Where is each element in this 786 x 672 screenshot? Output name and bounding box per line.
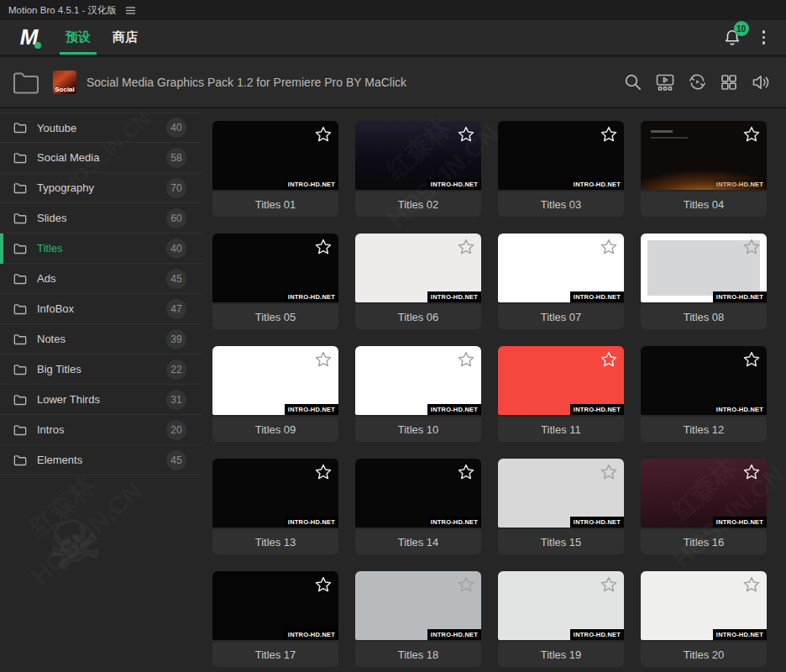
favorite-star-icon[interactable]	[314, 125, 333, 144]
preset-card[interactable]: INTRO-HD.NET Titles 12	[641, 346, 767, 442]
preset-card-label: Titles 10	[355, 417, 481, 442]
sidebar-item-slides[interactable]: Slides 60	[0, 203, 202, 234]
favorite-star-icon[interactable]	[742, 238, 761, 256]
preset-card[interactable]: INTRO-HD.NET Titles 15	[498, 459, 624, 554]
sidebar-item-label: Lower Thirds	[37, 393, 166, 406]
sidebar-item-notes[interactable]: Notes 39	[0, 324, 202, 354]
notifications-button[interactable]: 10	[723, 28, 741, 47]
presets-grid: INTRO-HD.NET Titles 01 INTRO-HD.NET Titl…	[212, 121, 767, 667]
favorite-star-icon[interactable]	[457, 125, 475, 144]
intro-hd-watermark: INTRO-HD.NET	[713, 517, 767, 528]
preset-card-label: Titles 20	[641, 642, 767, 667]
preset-card[interactable]: INTRO-HD.NET Titles 16	[641, 459, 767, 554]
tab-store[interactable]: 商店	[113, 20, 138, 55]
preset-card[interactable]: INTRO-HD.NET Titles 17	[212, 571, 338, 667]
motionbro-logo[interactable]: M	[13, 24, 44, 51]
preset-thumbnail: INTRO-HD.NET	[641, 346, 767, 415]
favorite-star-icon[interactable]	[742, 350, 761, 369]
notification-badge: 10	[734, 21, 749, 36]
preset-card-label: Titles 18	[355, 642, 481, 667]
preset-card[interactable]: INTRO-HD.NET Titles 14	[355, 459, 481, 554]
folder-icon	[13, 424, 27, 436]
preset-card[interactable]: INTRO-HD.NET Titles 06	[355, 234, 481, 329]
main-area: Youtube 40 Social Media 58 Typography 70…	[0, 111, 786, 672]
favorite-star-icon[interactable]	[457, 238, 475, 256]
favorite-star-icon[interactable]	[742, 463, 761, 481]
sidebar-item-ads[interactable]: Ads 45	[0, 264, 202, 294]
refresh-preview-icon[interactable]	[687, 71, 708, 92]
kebab-dot	[762, 41, 766, 45]
favorite-star-icon[interactable]	[600, 350, 618, 369]
kebab-dot	[762, 30, 766, 34]
sidebar-item-typography[interactable]: Typography 70	[0, 173, 202, 203]
preset-card[interactable]: INTRO-HD.NET Titles 13	[212, 459, 338, 554]
intro-hd-watermark: INTRO-HD.NET	[570, 179, 624, 190]
favorite-star-icon[interactable]	[742, 575, 761, 594]
favorite-star-icon[interactable]	[314, 350, 333, 369]
sidebar-item-label: Notes	[37, 333, 166, 345]
preset-card[interactable]: INTRO-HD.NET Titles 10	[355, 346, 481, 442]
folder-icon	[13, 213, 27, 224]
favorite-star-icon[interactable]	[314, 575, 333, 594]
sidebar-item-social-media[interactable]: Social Media 58	[0, 143, 202, 173]
sidebar-item-intros[interactable]: Intros 20	[0, 415, 202, 445]
folder-icon	[13, 454, 27, 466]
preset-card[interactable]: INTRO-HD.NET Titles 07	[498, 234, 624, 329]
preset-thumbnail: INTRO-HD.NET	[498, 571, 624, 640]
preset-card[interactable]: INTRO-HD.NET Titles 04	[641, 121, 767, 217]
preset-thumbnail: INTRO-HD.NET	[355, 234, 481, 302]
favorite-star-icon[interactable]	[457, 350, 475, 369]
preset-card-label: Titles 04	[641, 192, 767, 217]
sidebar-item-titles[interactable]: Titles 40	[0, 234, 202, 264]
preset-card-label: Titles 16	[641, 529, 767, 554]
sidebar-item-lower-thirds[interactable]: Lower Thirds 31	[0, 385, 202, 415]
folder-icon	[13, 364, 27, 375]
preset-card[interactable]: INTRO-HD.NET Titles 18	[355, 571, 481, 667]
preset-card[interactable]: INTRO-HD.NET Titles 03	[498, 121, 624, 217]
nav-tabs: 预设 商店	[66, 20, 138, 55]
favorite-star-icon[interactable]	[600, 238, 618, 256]
folder-icon	[13, 152, 27, 164]
preset-thumbnail: INTRO-HD.NET	[498, 346, 624, 415]
preset-card[interactable]: INTRO-HD.NET Titles 11	[498, 346, 624, 442]
favorite-star-icon[interactable]	[314, 463, 333, 481]
favorite-star-icon[interactable]	[600, 125, 618, 144]
folder-icon	[13, 182, 27, 194]
preset-card-label: Titles 14	[355, 529, 481, 554]
more-menu-button[interactable]	[760, 28, 768, 47]
favorite-star-icon[interactable]	[457, 463, 475, 481]
intro-hd-watermark: INTRO-HD.NET	[570, 629, 624, 640]
preset-card[interactable]: INTRO-HD.NET Titles 20	[641, 571, 767, 667]
favorite-star-icon[interactable]	[314, 238, 333, 256]
sidebar-item-count: 20	[166, 420, 186, 440]
window-title: Motion Bro 4.5.1 - 汉化版	[8, 4, 117, 17]
preset-card-label: Titles 08	[641, 304, 767, 329]
intro-hd-watermark: INTRO-HD.NET	[285, 517, 338, 528]
pack-thumbnail[interactable]: Social	[53, 71, 76, 94]
preset-card[interactable]: INTRO-HD.NET Titles 08	[641, 234, 767, 329]
intro-hd-watermark: INTRO-HD.NET	[713, 291, 767, 302]
favorite-star-icon[interactable]	[742, 125, 761, 144]
favorite-star-icon[interactable]	[457, 575, 475, 594]
preset-thumbnail: INTRO-HD.NET	[641, 234, 767, 302]
hamburger-menu-icon[interactable]	[125, 6, 136, 15]
preset-card[interactable]: INTRO-HD.NET Titles 05	[212, 234, 338, 329]
logo-green-dot	[34, 42, 41, 49]
preset-thumbnail: INTRO-HD.NET	[212, 571, 338, 640]
sound-icon[interactable]	[750, 72, 772, 92]
favorite-star-icon[interactable]	[600, 463, 618, 481]
folder-up-icon[interactable]	[12, 70, 42, 95]
preset-card[interactable]: INTRO-HD.NET Titles 02	[355, 121, 481, 217]
preset-card[interactable]: INTRO-HD.NET Titles 01	[212, 121, 338, 217]
tab-presets[interactable]: 预设	[66, 20, 91, 55]
favorite-star-icon[interactable]	[600, 575, 618, 594]
preset-card[interactable]: INTRO-HD.NET Titles 09	[212, 346, 338, 442]
grid-view-icon[interactable]	[719, 72, 739, 92]
preview-player-icon[interactable]	[654, 72, 676, 92]
preset-card[interactable]: INTRO-HD.NET Titles 19	[498, 571, 624, 667]
sidebar-item-elements[interactable]: Elements 45	[0, 445, 202, 475]
sidebar-item-infobox[interactable]: InfoBox 47	[0, 294, 202, 324]
search-icon[interactable]	[623, 72, 643, 92]
sidebar-item-big-titles[interactable]: Big Titles 22	[0, 354, 202, 385]
sidebar-item-youtube[interactable]: Youtube 40	[0, 113, 202, 143]
